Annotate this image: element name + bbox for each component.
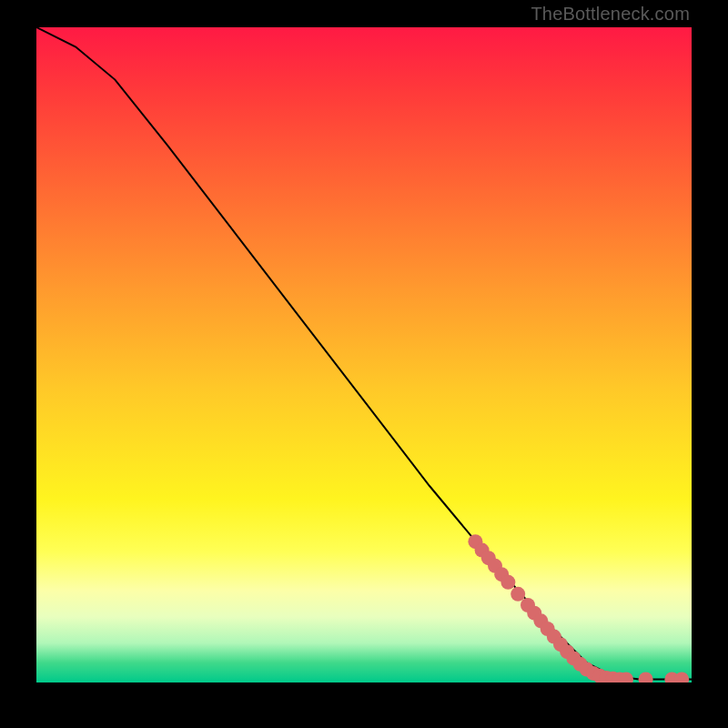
data-point <box>500 575 515 590</box>
bottleneck-curve <box>36 27 692 679</box>
chart-overlay <box>36 27 692 682</box>
data-point <box>674 672 689 682</box>
chart-frame: TheBottleneck.com <box>0 0 728 728</box>
data-point <box>511 587 525 602</box>
data-point <box>639 672 653 682</box>
plot-area <box>36 27 692 682</box>
data-points <box>468 534 689 682</box>
attribution-text: TheBottleneck.com <box>531 4 690 25</box>
